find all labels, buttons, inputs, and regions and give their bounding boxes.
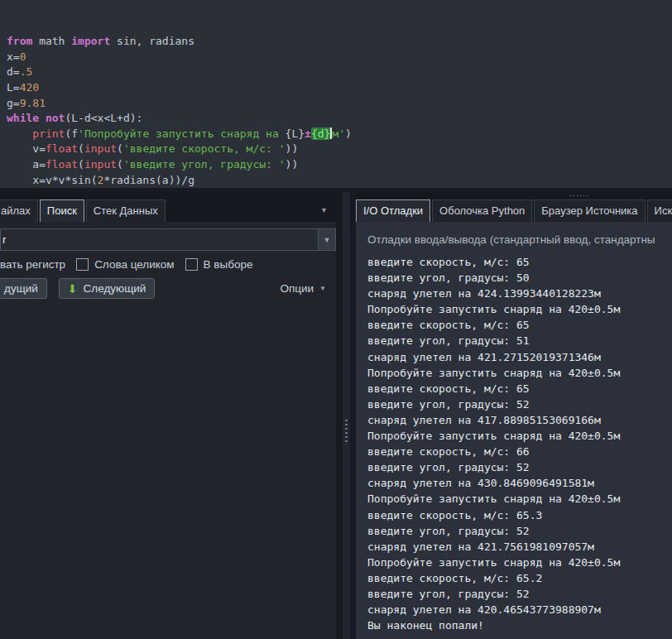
code-line: print(f'Попробуйте запустить снаряд на {… <box>7 127 672 142</box>
debug-io-panel: I/O ОтладкиОболочка PythonБраузер Источн… <box>356 192 672 639</box>
console-line: введите угол, градусы: 52 <box>367 586 672 602</box>
search-option-label: В выборе <box>204 258 253 271</box>
code-lines: from math import sin, radiansx=0d=.5L=42… <box>7 34 672 188</box>
console-line: Вы наконец попали! <box>367 617 672 633</box>
console-line: Попробуйте запустить снаряд на 420±0.5м <box>367 428 672 444</box>
console-line: снаряд улетел на 421.7561981097057м <box>367 539 672 555</box>
scrollbar-thumb[interactable] <box>345 420 348 443</box>
code-line: v=float(input('введите скорость, м/с: ')… <box>7 142 672 157</box>
console-line: снаряд улетел на 417.88985153069166м <box>367 412 672 428</box>
right-tabs: I/O ОтладкиОболочка PythonБраузер Источн… <box>356 199 672 222</box>
tab-Стек Данных[interactable]: Стек Данных <box>86 199 166 222</box>
left-panel-tabbar: айлахПоискСтек Данных ▼ <box>0 192 336 222</box>
chevron-down-icon: ▼ <box>319 285 326 292</box>
search-option[interactable]: В выборе <box>185 258 253 271</box>
code-line: from math import sin, radians <box>7 34 672 50</box>
console-line: Попробуйте запустить снаряд на 420±0.5м <box>367 555 672 570</box>
console-header: Отладки ввода/вывода (стандартный ввод, … <box>356 222 672 253</box>
console-line: введите угол, градусы: 52 <box>367 523 672 539</box>
search-row: ▼ <box>0 228 336 251</box>
console-output[interactable]: введите скорость, м/с: 65введите угол, г… <box>356 253 672 639</box>
right-panel-tabbar: I/O ОтладкиОболочка PythonБраузер Источн… <box>356 192 672 222</box>
console-line: Попробуйте запустить снаряд на 420±0.5м <box>367 301 672 317</box>
code-line: g=9.81 <box>7 96 672 112</box>
console-line: введите угол, градусы: 52 <box>367 459 672 475</box>
console-line: введите скорость, м/с: 65 <box>367 381 672 396</box>
search-option[interactable]: Слова целиком <box>76 258 174 271</box>
console-line: введите угол, градусы: 52 <box>367 396 672 412</box>
tab-айлах[interactable]: айлах <box>0 199 38 222</box>
tab-I/O Отладки[interactable]: I/O Отладки <box>356 199 430 222</box>
code-line: L=420 <box>7 80 672 96</box>
console-line: снаряд улетел на 424.13993440128223м <box>367 286 672 301</box>
options-button[interactable]: Опции ▼ <box>280 282 326 295</box>
code-editor[interactable]: from math import sin, radiansx=0d=.5L=42… <box>0 0 672 188</box>
console-line: введите угол, градусы: 51 <box>367 333 672 348</box>
code-line: a=float(input('введите угол, градусы: ')… <box>7 157 672 173</box>
console-line: введите скорость, м/с: 65 <box>367 317 672 333</box>
console-line: Попробуйте запустить снаряд на 420±0.5м <box>367 365 672 381</box>
search-input[interactable] <box>0 228 318 251</box>
vertical-splitter[interactable] <box>336 192 356 639</box>
console-line: снаряд улетел на 430.8469096491581м <box>367 475 672 491</box>
bottom-panels: айлахПоискСтек Данных ▼ ▼ вать регистрСл… <box>0 192 672 639</box>
down-arrow-icon: ⬇ <box>68 284 78 294</box>
checkbox[interactable] <box>185 258 198 271</box>
code-line: d=.5 <box>7 65 672 80</box>
panel-menu-arrow-icon[interactable]: ▼ <box>320 206 336 222</box>
code-line: while not(L-d<x<L+d): <box>7 111 672 127</box>
search-buttons-row: дущий ⬇ Следующий Опции ▼ <box>0 278 336 299</box>
console-line: введите скорость, м/с: 65.2 <box>367 570 672 586</box>
ide-window: from math import sin, radiansx=0d=.5L=42… <box>0 0 672 639</box>
next-button-label: Следующий <box>84 282 146 295</box>
console-line: введите скорость, м/с: 65 <box>367 254 672 270</box>
search-option-label: вать регистр <box>0 258 65 271</box>
code-line: x=v*v*sin(2*radians(a))/g <box>7 173 672 188</box>
left-tabs: айлахПоискСтек Данных <box>0 199 167 222</box>
search-option-label: Слова целиком <box>94 258 174 271</box>
search-option[interactable]: вать регистр <box>0 258 65 271</box>
console-line: Попробуйте запустить снаряд на 420±0.5м <box>367 491 672 507</box>
options-label: Опции <box>280 282 314 295</box>
console-line: введите угол, градусы: 50 <box>367 270 672 286</box>
console-line: снаряд улетел на 421.27152019371346м <box>367 349 672 365</box>
tab-Оболочка Python[interactable]: Оболочка Python <box>432 199 532 222</box>
tab-Поиск[interactable]: Поиск <box>40 199 84 222</box>
console-line: введите скорость, м/с: 65.3 <box>367 507 672 523</box>
panel-drag-handle[interactable]: ······ <box>569 192 589 199</box>
search-options-row: вать регистрСлова целикомВ выборе <box>0 258 336 271</box>
previous-button[interactable]: дущий <box>0 278 47 299</box>
search-dropdown-icon[interactable]: ▼ <box>318 228 336 251</box>
code-line: x=0 <box>7 50 672 65</box>
console-line: снаряд улетел на 420.46543773988907м <box>367 602 672 617</box>
search-panel: айлахПоискСтек Данных ▼ ▼ вать регистрСл… <box>0 192 336 639</box>
tab-Браузер Источника[interactable]: Браузер Источника <box>534 199 645 222</box>
console-line: введите скорость, м/с: 66 <box>367 444 672 459</box>
checkbox[interactable] <box>76 258 89 271</box>
tab-Искл[interactable]: Искл <box>647 199 672 222</box>
next-button[interactable]: ⬇ Следующий <box>59 278 156 299</box>
scrollbar-track[interactable] <box>343 192 350 639</box>
